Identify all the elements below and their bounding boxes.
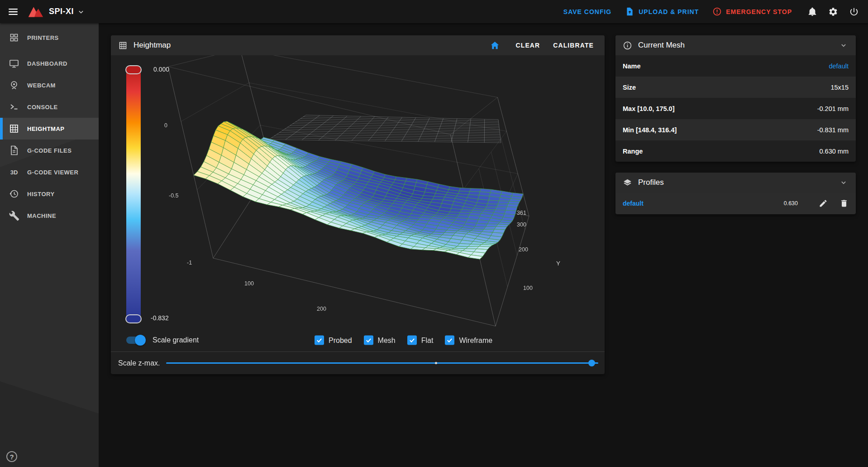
save-config-button[interactable]: SAVE CONFIG — [563, 8, 611, 15]
slider-thumb[interactable] — [588, 360, 595, 366]
profile-list-item: default 0.630 — [615, 193, 856, 214]
scale-gradient-toggle[interactable]: Scale gradient — [126, 336, 199, 344]
sidebar-item-label: G-CODE FILES — [27, 147, 72, 154]
profiles-card: Profiles default 0.630 — [615, 173, 856, 214]
plot-controls: Scale gradient Probed Mesh Flat Wirefra — [111, 329, 605, 351]
toggle-knob — [135, 335, 146, 346]
checkbox-mesh[interactable]: Mesh — [364, 336, 396, 345]
pencil-icon — [819, 199, 828, 208]
grid-icon — [9, 123, 19, 134]
mesh-name-link[interactable]: default — [829, 63, 849, 70]
table-row: Min [148.4, 316.4] -0.831 mm — [615, 119, 856, 140]
notifications-button[interactable] — [807, 7, 817, 17]
layer-checkboxes: Probed Mesh Flat Wireframe — [315, 336, 492, 345]
y-axis-label: Y — [556, 260, 560, 267]
z-axis-tick: -0.5 — [169, 193, 179, 199]
clear-button[interactable]: CLEAR — [512, 39, 544, 52]
home-view-button[interactable] — [490, 40, 500, 51]
grid-icon — [118, 41, 128, 50]
profile-name-link[interactable]: default — [623, 200, 784, 207]
row-value: -0.201 mm — [817, 105, 849, 112]
row-value: 0.630 mm — [820, 148, 849, 155]
row-label: Range — [623, 148, 820, 155]
row-value: -0.831 mm — [817, 126, 849, 134]
monitor-icon — [9, 58, 19, 69]
scale-zmax-row: Scale z-max. — [111, 351, 605, 374]
checkbox-checked-icon — [364, 336, 373, 345]
row-value: 15x15 — [830, 84, 849, 91]
chevron-down-icon — [76, 7, 86, 16]
heightmap-card-header: Heightmap CLEAR CALIBRATE — [111, 35, 605, 55]
scale-zmax-slider[interactable] — [166, 362, 598, 364]
power-button[interactable] — [849, 7, 859, 17]
home-icon — [490, 40, 500, 51]
wrench-icon — [9, 210, 19, 221]
sidebar-item-label: CONSOLE — [27, 104, 58, 111]
sidebar-item-history[interactable]: HISTORY — [0, 183, 99, 205]
hamburger-icon — [7, 6, 19, 18]
checkbox-label: Probed — [329, 336, 352, 344]
sidebar-item-printers[interactable]: PRINTERS — [0, 27, 99, 48]
y-axis-tick: 361 — [517, 210, 526, 216]
table-row: Name default — [615, 55, 856, 77]
sidebar-item-gcode-files[interactable]: G-CODE FILES — [0, 140, 99, 161]
table-row: Range 0.630 mm — [615, 140, 856, 162]
printer-select-dropdown[interactable]: SPI-XI — [49, 7, 86, 16]
topbar: SPI-XI SAVE CONFIG UPLOAD & PRINT EMERGE… — [0, 0, 868, 23]
printers-grid-icon — [9, 32, 19, 43]
checkbox-wireframe[interactable]: Wireframe — [445, 336, 492, 345]
help-button[interactable]: ? — [6, 451, 17, 462]
checkbox-probed[interactable]: Probed — [315, 336, 352, 345]
upload-file-icon — [625, 7, 634, 16]
y-axis-tick: 100 — [523, 285, 533, 291]
edit-profile-button[interactable] — [819, 199, 828, 208]
menu-button[interactable] — [7, 6, 19, 18]
scale-zmax-label: Scale z-max. — [118, 359, 160, 367]
collapse-current-mesh-button[interactable] — [839, 40, 849, 50]
delete-profile-button[interactable] — [839, 199, 849, 208]
checkbox-checked-icon — [315, 336, 324, 345]
sidebar-item-webcam[interactable]: WEBCAM — [0, 74, 99, 96]
x-axis-tick: 200 — [317, 306, 326, 312]
sidebar-item-label: WEBCAM — [27, 82, 56, 89]
collapse-profiles-button[interactable] — [839, 178, 849, 188]
toggle-switch[interactable] — [126, 337, 144, 344]
emergency-stop-label: EMERGENCY STOP — [726, 8, 792, 15]
upload-print-label: UPLOAD & PRINT — [639, 8, 699, 15]
info-icon — [623, 41, 632, 50]
table-row: Size 15x15 — [615, 77, 856, 98]
sidebar-item-console[interactable]: CONSOLE — [0, 96, 99, 118]
checkbox-flat[interactable]: Flat — [407, 336, 434, 345]
profiles-title: Profiles — [638, 178, 664, 187]
upload-print-button[interactable]: UPLOAD & PRINT — [625, 7, 699, 16]
emergency-stop-button[interactable]: EMERGENCY STOP — [712, 7, 792, 16]
checkbox-checked-icon — [445, 336, 454, 345]
gradient-bottom-cap — [125, 314, 142, 323]
sidebar-item-gcode-viewer[interactable]: 3D G-CODE VIEWER — [0, 161, 99, 183]
sidebar-item-dashboard[interactable]: DASHBOARD — [0, 53, 99, 74]
gradient-min-label: -0.832 — [151, 314, 169, 322]
sidebar-item-machine[interactable]: MACHINE — [0, 205, 99, 226]
heightmap-card: Heightmap CLEAR CALIBRATE 0.000 -0.832 0… — [111, 35, 605, 374]
bell-icon — [807, 7, 817, 17]
app-logo-icon — [27, 5, 44, 19]
current-mesh-card: Current Mesh Name default Size 15x15 Max… — [615, 35, 856, 162]
sidebar-item-label: G-CODE VIEWER — [27, 169, 78, 176]
trash-icon — [839, 199, 849, 208]
heightmap-plot: 0.000 -0.832 0 -0.5 -1 100 200 361 300 2… — [111, 55, 605, 329]
gradient-max-label: 0.000 — [153, 66, 169, 73]
calibrate-button[interactable]: CALIBRATE — [549, 39, 597, 52]
app-name: SPI-XI — [49, 7, 74, 16]
heightmap-title: Heightmap — [134, 41, 171, 50]
alert-circle-icon — [712, 7, 722, 16]
profile-range-value: 0.630 — [784, 200, 798, 207]
current-mesh-title: Current Mesh — [638, 41, 685, 50]
gradient-top-cap — [125, 65, 142, 74]
current-mesh-header: Current Mesh — [615, 35, 856, 55]
gradient-bar — [126, 66, 141, 323]
settings-button[interactable] — [828, 7, 838, 17]
topbar-actions: SAVE CONFIG UPLOAD & PRINT EMERGENCY STO… — [563, 0, 859, 23]
y-axis-tick: 200 — [519, 246, 528, 253]
checkbox-label: Flat — [421, 336, 434, 344]
sidebar-item-heightmap[interactable]: HEIGHTMAP — [0, 118, 99, 140]
